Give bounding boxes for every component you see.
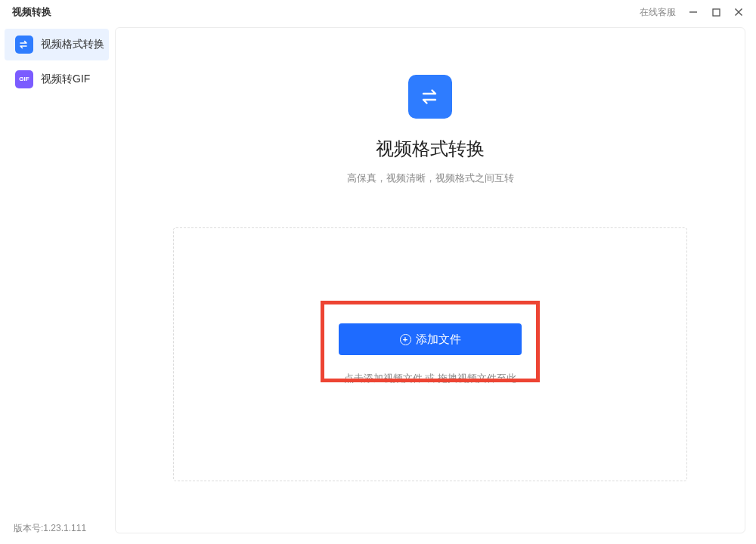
maximize-icon [712, 8, 720, 17]
maximize-button[interactable] [705, 2, 727, 23]
add-file-button-label: 添加文件 [416, 332, 461, 347]
minimize-button[interactable] [682, 2, 705, 23]
drop-hint: 点击添加视频文件 或 拖拽视频文件至此 [344, 372, 516, 385]
gif-icon: GIF [15, 70, 33, 88]
page-subtitle: 高保真，视频清晰，视频格式之间互转 [347, 172, 514, 185]
hero-swap-icon [408, 75, 452, 119]
page-title: 视频格式转换 [376, 137, 485, 161]
svg-rect-1 [713, 9, 720, 16]
sidebar-item-video-to-gif[interactable]: GIF 视频转GIF [5, 63, 109, 95]
version-label: 版本号:1.23.1.111 [0, 522, 113, 544]
online-service-link[interactable]: 在线客服 [640, 6, 676, 19]
titlebar: 视频转换 在线客服 [0, 0, 756, 24]
minimize-icon [689, 8, 698, 17]
sidebar-item-label: 视频转GIF [41, 73, 90, 86]
sidebar: 视频格式转换 GIF 视频转GIF 版本号:1.23.1.111 [0, 24, 113, 544]
main-panel: 视频格式转换 高保真，视频清晰，视频格式之间互转 + 添加文件 点击添加视频文件… [115, 27, 745, 533]
sidebar-item-format-convert[interactable]: 视频格式转换 [5, 29, 109, 60]
add-file-button[interactable]: + 添加文件 [339, 323, 522, 355]
dropzone[interactable]: + 添加文件 点击添加视频文件 或 拖拽视频文件至此 [173, 227, 687, 481]
sidebar-item-label: 视频格式转换 [41, 38, 104, 51]
swap-icon [15, 36, 33, 54]
window-title: 视频转换 [12, 5, 51, 19]
plus-circle-icon: + [400, 334, 411, 345]
close-icon [734, 8, 743, 17]
close-button[interactable] [727, 2, 750, 23]
